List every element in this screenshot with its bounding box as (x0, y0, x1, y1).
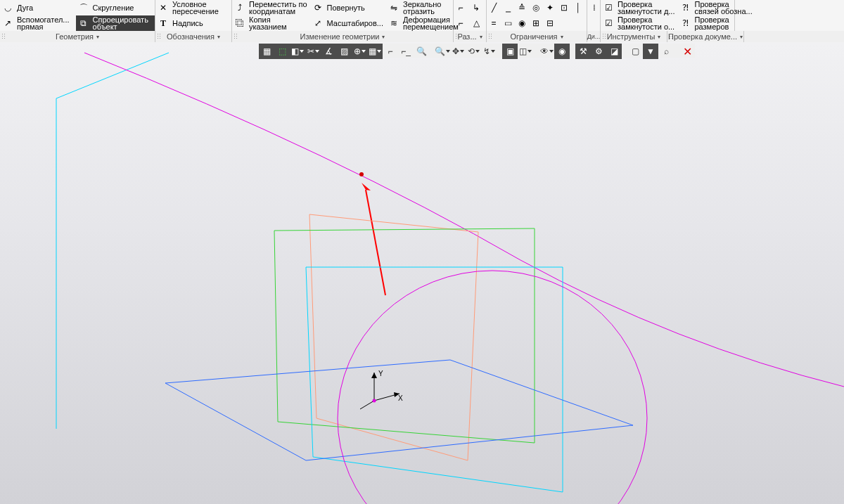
btn-aux-line-label: Вспомогател... прямая (17, 16, 70, 31)
project-icon: ⧉ (77, 17, 90, 30)
btn-con2[interactable]: ⎯ (501, 0, 515, 15)
btn-dim3[interactable]: ⌐ (454, 15, 469, 31)
btn-con9[interactable]: ▭ (501, 15, 515, 31)
btn-check-dim[interactable]: ⁈ Проверкаразмеров (677, 15, 755, 31)
btn-cond-intersection[interactable]: ✕ Условноепересечение (155, 0, 231, 15)
tb-filter2-icon[interactable]: ▼ (643, 44, 658, 59)
tb-close-icon[interactable]: ✕ (679, 44, 695, 59)
plane-orange (309, 214, 478, 460)
btn-scale[interactable]: ⤢ Масштабиров... (310, 15, 386, 31)
tb-cam-icon[interactable]: ◉ (554, 44, 570, 59)
tb-grid-icon[interactable]: ▦ (259, 44, 274, 59)
btn-check-closed-o[interactable]: ☑ Проверказамкнутости о... (601, 15, 677, 31)
btn-con6[interactable]: ⊡ (557, 0, 571, 15)
btn-check-closed-d[interactable]: ☑ Проверказамкнутости д... (601, 0, 677, 15)
tb-angle-icon[interactable]: ∡ (321, 44, 336, 59)
check-o-icon: ☑ (602, 17, 615, 30)
tb-snap1-icon[interactable]: ⬚ (274, 44, 290, 59)
tb-zoom-icon[interactable]: 🔍 (414, 44, 429, 59)
normal-arrow-head (362, 183, 371, 190)
btn-move-coords-label: Переместить покоординатам (249, 1, 307, 15)
tb-zoom2-icon[interactable]: 🔍 (435, 44, 450, 59)
btn-con1[interactable]: ╱ (487, 0, 501, 15)
tb-ucs-icon[interactable]: ↯ (481, 44, 497, 59)
ribbon: ◡ Дуга ↗ Вспомогател... прямая ⌒ Скругле… (0, 0, 844, 32)
tb-box1-icon[interactable]: ▣ (502, 44, 518, 59)
btn-rotate-label: Повернуть (327, 4, 365, 12)
btn-mirror[interactable]: ⇋ Зеркальноотразить (386, 0, 461, 15)
check-annot-icon: ⁈ (679, 1, 691, 14)
btn-con4[interactable]: ◎ (529, 0, 543, 15)
btn-check-annot-label: Проверкасвязей обозна... (694, 1, 752, 15)
btn-copy-pointer[interactable]: ⿻ Копияуказанием (232, 15, 310, 31)
viewport[interactable]: Y X (0, 42, 844, 504)
btn-check-annot[interactable]: ⁈ Проверкасвязей обозна... (677, 0, 755, 15)
btn-mirror-label: Зеркальноотразить (403, 1, 441, 15)
dim-icon-1: ⌐ (454, 1, 467, 14)
tb-ortho-icon[interactable]: ⌐ (383, 44, 398, 59)
cat-doc-check[interactable]: Проверка докуме...▾ (667, 31, 744, 42)
tb-trim-icon[interactable]: ✂ (305, 44, 321, 59)
tb-target-icon[interactable]: ⊕ (352, 44, 367, 59)
constraint-icon-4: ◎ (530, 1, 542, 14)
btn-dim4[interactable]: △ (469, 15, 485, 31)
btn-dim2[interactable]: ↳ (469, 0, 485, 15)
btn-text-label: Надпись (172, 20, 203, 27)
btn-con12[interactable]: ⊟ (543, 15, 557, 31)
group-diag: ⁞ (587, 0, 601, 31)
group-annotations: ✕ Условноепересечение T Надпись (155, 0, 232, 31)
btn-con8[interactable]: = (487, 15, 501, 31)
diag-icon: ⁞ (588, 1, 601, 14)
btn-con10[interactable]: ◉ (515, 15, 529, 31)
btn-con5[interactable]: ✦ (543, 0, 557, 15)
cat-annotations[interactable]: Обозначения▾ (155, 31, 232, 42)
btn-deform[interactable]: ≋ Деформацияперемещением (386, 15, 461, 31)
tb-filter1-icon[interactable]: ▢ (627, 44, 643, 59)
tb-box2-icon[interactable]: ◫ (518, 44, 533, 59)
cat-edit-geometry[interactable]: Изменение геометрии▾ (232, 31, 454, 42)
btn-con7[interactable]: │ (571, 0, 585, 15)
btn-con11[interactable]: ⊞ (529, 15, 543, 31)
origin-point (373, 399, 376, 403)
tb-step-icon[interactable]: ⌐_ (398, 44, 414, 59)
tb-rotate-view-icon[interactable]: ⟲ (466, 44, 481, 59)
curve-magenta (84, 53, 844, 387)
constraint-icon-11: ⊞ (530, 17, 542, 30)
tb-hatch-icon[interactable]: ▨ (336, 44, 352, 59)
btn-project-object[interactable]: ⧉ Спроецироватьобъект (76, 15, 155, 31)
btn-project-label: Спроецироватьобъект (93, 16, 148, 31)
tb-grid2-icon[interactable]: ▦ (367, 44, 383, 59)
cat-raz[interactable]: Раз...▾ (454, 31, 487, 42)
btn-aux-line[interactable]: ↗ Вспомогател... прямая (0, 15, 76, 31)
cat-tools[interactable]: Инструменты▾ (601, 31, 667, 42)
btn-arc[interactable]: ◡ Дуга (0, 0, 76, 15)
mirror-icon: ⇋ (388, 1, 400, 14)
deform-icon: ≋ (388, 17, 400, 30)
constraint-icon-1: ╱ (487, 1, 500, 14)
btn-move-coords[interactable]: ⤴ Переместить покоординатам (232, 0, 310, 15)
group-edit-geometry: ⤴ Переместить покоординатам ⿻ Копияуказа… (232, 0, 454, 31)
btn-dim1[interactable]: ⌐ (454, 0, 469, 15)
category-bar: Геометрия▾ Обозначения▾ Изменение геомет… (0, 31, 844, 43)
btn-text[interactable]: T Надпись (155, 15, 231, 31)
tb-eraser-icon[interactable]: ◧ (290, 44, 305, 59)
cat-di[interactable]: Ди... (587, 31, 601, 42)
tb-tool3-icon[interactable]: ◪ (606, 44, 622, 59)
btn-rotate[interactable]: ⟳ Повернуть (310, 0, 386, 15)
tb-pan-icon[interactable]: ✥ (450, 44, 466, 59)
btn-fillet-label: Скругление (93, 4, 134, 12)
group-check: ☑ Проверказамкнутости д... ☑ Проверказам… (601, 0, 735, 31)
btn-diag[interactable]: ⁞ (587, 0, 601, 15)
cat-geometry[interactable]: Геометрия▾ (0, 31, 155, 42)
cat-constraints[interactable]: Ограничения▾ (487, 31, 587, 42)
tb-tool1-icon[interactable]: ⚒ (575, 44, 591, 59)
check-d-icon: ☑ (602, 1, 615, 14)
btn-con3[interactable]: ≙ (515, 0, 529, 15)
tb-filter3-icon[interactable]: ⌕ (658, 44, 674, 59)
btn-check-d-label: Проверказамкнутости д... (618, 1, 674, 15)
aux-line-icon: ↗ (1, 17, 14, 30)
constraint-icon-7: │ (572, 1, 584, 14)
tb-eye-icon[interactable]: 👁 (539, 44, 554, 59)
tb-tool2-icon[interactable]: ⚙ (591, 44, 606, 59)
btn-fillet[interactable]: ⌒ Скругление (76, 0, 155, 15)
